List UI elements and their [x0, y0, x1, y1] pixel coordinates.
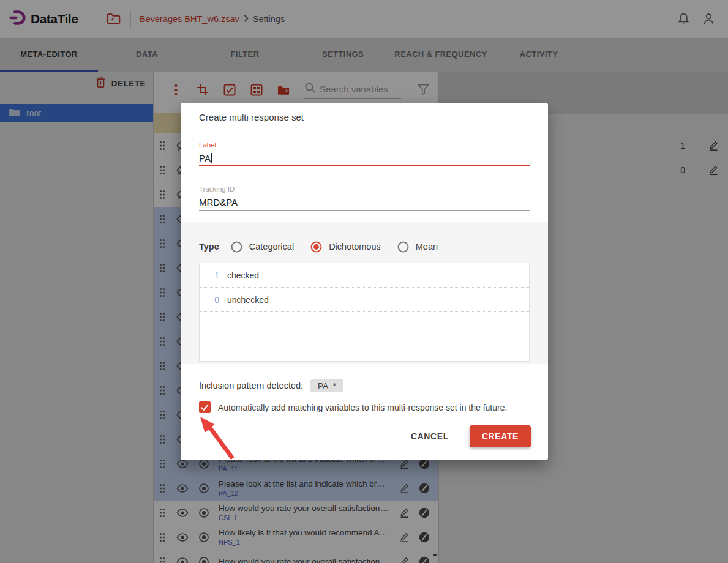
dichotomy-code: 0	[211, 295, 219, 305]
label-field-caption: Label	[199, 141, 530, 149]
cancel-button[interactable]: CANCEL	[406, 427, 454, 446]
label-field: Label PA	[199, 141, 530, 166]
app-root: DataTile Beverages BHT_w6.zsav Settings …	[0, 0, 728, 563]
tracking-id-caption: Tracking ID	[199, 185, 530, 193]
modal-title: Create multi response set	[181, 103, 548, 132]
auto-add-row: Automatically add matching variables to …	[199, 401, 530, 413]
type-row: Type Categorical Dichotomous Mean	[199, 239, 530, 254]
auto-add-checkbox[interactable]	[199, 401, 211, 413]
type-radio-label: Mean	[416, 242, 438, 252]
pattern-chip: PA_*	[310, 379, 343, 392]
dichotomy-label: checked	[227, 270, 259, 280]
type-radio-option[interactable]: Mean	[397, 240, 438, 253]
type-radio-option[interactable]: Categorical	[230, 240, 294, 253]
inclusion-pattern-label: Inclusion pattern detected:	[199, 381, 303, 390]
type-radio-option[interactable]: Dichotomous	[310, 240, 381, 253]
create-button[interactable]: CREATE	[470, 425, 531, 447]
type-radio-label: Categorical	[249, 242, 294, 252]
dichotomy-row: 1 checked	[200, 263, 529, 288]
dichotomy-code: 1	[211, 270, 219, 280]
text-cursor	[211, 153, 212, 163]
type-radio-label: Dichotomous	[329, 242, 381, 252]
inclusion-pattern-row: Inclusion pattern detected: PA_*	[199, 379, 530, 392]
tracking-id-field: Tracking ID MRD&PA	[199, 185, 530, 211]
tracking-id-input[interactable]: MRD&PA	[199, 197, 530, 211]
dichotomy-values-box: 1 checked 0 unchecked	[199, 263, 530, 362]
modal-footer: CANCEL CREATE	[181, 425, 548, 447]
dichotomy-label: unchecked	[227, 295, 269, 305]
label-input[interactable]: PA	[199, 153, 530, 166]
dichotomy-row: 0 unchecked	[200, 288, 529, 312]
type-label: Type	[199, 242, 219, 252]
type-options: Categorical Dichotomous Mean	[230, 240, 454, 253]
create-multi-response-modal: Create multi response set Label PA Track…	[181, 103, 548, 460]
type-section: Type Categorical Dichotomous Mean 1 chec…	[181, 222, 548, 364]
auto-add-label: Automatically add matching variables to …	[218, 403, 507, 412]
